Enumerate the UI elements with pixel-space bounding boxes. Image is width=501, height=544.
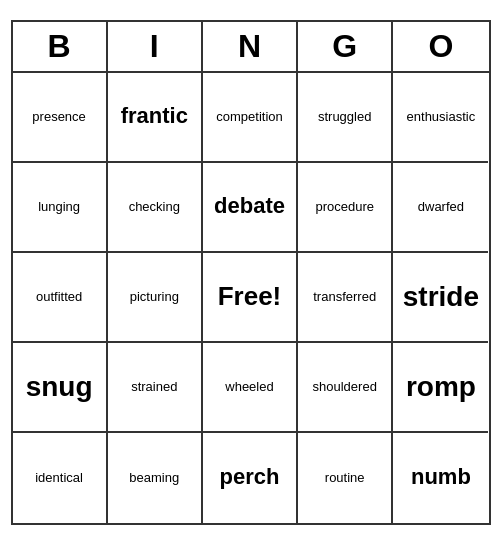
header-letter-b: B — [13, 22, 108, 71]
bingo-cell-12: Free! — [203, 253, 298, 343]
bingo-cell-22: perch — [203, 433, 298, 523]
bingo-cell-19: romp — [393, 343, 488, 433]
header-letter-n: N — [203, 22, 298, 71]
bingo-cell-1: frantic — [108, 73, 203, 163]
bingo-cell-11: picturing — [108, 253, 203, 343]
bingo-cell-5: lunging — [13, 163, 108, 253]
bingo-header: BINGO — [13, 22, 489, 73]
header-letter-o: O — [393, 22, 488, 71]
bingo-grid: presencefranticcompetitionstruggledenthu… — [13, 73, 489, 523]
bingo-cell-20: identical — [13, 433, 108, 523]
bingo-cell-17: wheeled — [203, 343, 298, 433]
bingo-cell-23: routine — [298, 433, 393, 523]
header-letter-g: G — [298, 22, 393, 71]
bingo-cell-15: snug — [13, 343, 108, 433]
bingo-cell-2: competition — [203, 73, 298, 163]
bingo-cell-8: procedure — [298, 163, 393, 253]
header-letter-i: I — [108, 22, 203, 71]
bingo-cell-18: shouldered — [298, 343, 393, 433]
bingo-cell-9: dwarfed — [393, 163, 488, 253]
bingo-card: BINGO presencefranticcompetitionstruggle… — [11, 20, 491, 525]
bingo-cell-21: beaming — [108, 433, 203, 523]
bingo-cell-14: stride — [393, 253, 488, 343]
bingo-cell-0: presence — [13, 73, 108, 163]
bingo-cell-3: struggled — [298, 73, 393, 163]
bingo-cell-4: enthusiastic — [393, 73, 488, 163]
bingo-cell-13: transferred — [298, 253, 393, 343]
bingo-cell-6: checking — [108, 163, 203, 253]
bingo-cell-7: debate — [203, 163, 298, 253]
bingo-cell-24: numb — [393, 433, 488, 523]
bingo-cell-10: outfitted — [13, 253, 108, 343]
bingo-cell-16: strained — [108, 343, 203, 433]
